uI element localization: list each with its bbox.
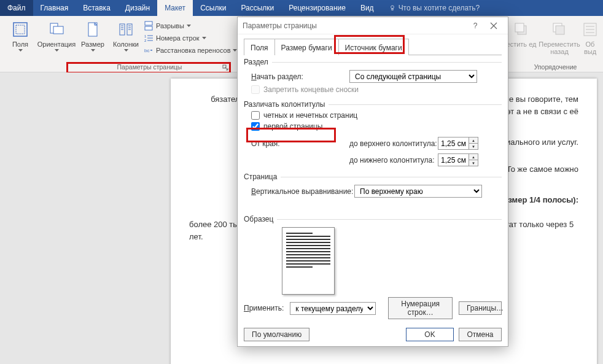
svg-rect-5	[53, 26, 63, 34]
label: Ориентация	[37, 41, 76, 48]
svg-rect-2	[14, 23, 27, 36]
apply-to-label: Применить:	[244, 304, 284, 312]
group-page-setup: Поля Ориентация Размер Колонки	[0, 16, 243, 63]
page-preview	[282, 227, 335, 295]
suppress-endnotes-label: Запретить концевые сноски	[263, 85, 359, 94]
odd-even-checkbox[interactable]	[251, 111, 260, 120]
orientation-icon	[47, 20, 66, 39]
svg-text:bc: bc	[144, 48, 149, 53]
page-setup-launcher[interactable]	[222, 64, 228, 71]
svg-rect-23	[150, 50, 152, 51]
section-start-label: Начать раздел:	[251, 72, 349, 81]
tab-review[interactable]: Рецензирование	[281, 0, 353, 16]
footer-distance-label: до нижнего колонтитула:	[349, 156, 438, 165]
hyphenation-icon: bc	[144, 45, 154, 55]
from-edge-label: От края:	[251, 139, 349, 148]
label: Параметры страницы	[117, 63, 182, 71]
label: Разрывы	[156, 22, 184, 29]
first-page-checkbox[interactable]	[251, 122, 260, 131]
close-button[interactable]	[484, 17, 503, 34]
tab-view[interactable]: Вид	[353, 0, 381, 16]
footer-distance-field[interactable]	[438, 153, 469, 166]
tab-insert[interactable]: Вставка	[76, 0, 118, 16]
spin-up-icon[interactable]: ▲	[469, 137, 478, 144]
svg-rect-16	[145, 26, 152, 30]
chevron-down-icon	[18, 49, 23, 52]
footer-distance-input[interactable]: ▲▼	[438, 153, 480, 166]
btn-orientation[interactable]: Ориентация	[37, 17, 76, 63]
svg-text:2: 2	[144, 39, 147, 42]
header-distance-label: до верхнего колонтитула:	[349, 139, 438, 148]
svg-rect-25	[515, 23, 524, 32]
tell-me-placeholder: Что вы хотите сделать?	[399, 4, 480, 12]
send-backward-icon	[550, 20, 569, 39]
line-numbers-button[interactable]: Нумерация строк…	[388, 297, 453, 319]
group-preview-label: Образец	[244, 215, 273, 223]
btn-columns[interactable]: Колонки	[109, 17, 142, 63]
tab-home[interactable]: Главная	[33, 0, 76, 16]
default-button[interactable]: По умолчанию	[244, 328, 309, 341]
dlg-tab-paper-source[interactable]: Источник бумаги	[338, 39, 409, 55]
label: Поля	[12, 41, 28, 48]
odd-even-label: четных и нечетных страниц	[263, 111, 357, 120]
dialog-titlebar[interactable]: Параметры страницы ?	[238, 17, 508, 34]
label: Номера строк	[156, 34, 200, 42]
tab-layout[interactable]: Макет	[157, 0, 193, 16]
caption-arrange: Упорядочение	[508, 62, 603, 72]
section-start-select[interactable]: Со следующей страницы	[349, 70, 477, 83]
dlg-tab-margins[interactable]: Поля	[244, 39, 275, 55]
valign-label: Вертикальное выравнивание:	[251, 187, 354, 196]
btn-send-backward[interactable]: Переместить назад	[538, 17, 581, 63]
dialog-apply-row: Применить: к текущему разделу Нумерация …	[244, 297, 502, 319]
label: Упорядочение	[534, 63, 577, 71]
svg-rect-1	[392, 9, 393, 10]
tab-design[interactable]: Дизайн	[118, 0, 157, 16]
spin-down-icon[interactable]: ▼	[469, 160, 478, 166]
tab-file[interactable]: Файл	[0, 0, 33, 16]
tab-references[interactable]: Ссылки	[193, 0, 233, 16]
btn-size[interactable]: Размер	[76, 17, 109, 63]
caption-page-setup: Параметры страницы	[0, 62, 231, 72]
group-arrange: естить ед Переместить назад Об выд	[501, 16, 603, 63]
group-section-label: Раздел	[244, 58, 268, 66]
label: естить ед	[507, 41, 537, 48]
btn-selection-pane[interactable]: Об выд	[581, 17, 599, 63]
page-setup-dialog: Параметры страницы ? Поля Размер бумаги …	[237, 17, 508, 347]
chevron-down-icon	[55, 49, 59, 52]
dialog-title: Параметры страницы	[243, 21, 317, 30]
svg-point-0	[391, 6, 394, 9]
borders-button[interactable]: Границы…	[459, 301, 502, 315]
dialog-body: Раздел Начать раздел: Со следующей стран…	[244, 58, 502, 322]
header-distance-field[interactable]	[438, 137, 469, 150]
close-icon	[490, 22, 497, 29]
svg-rect-27	[556, 26, 564, 34]
margins-icon	[10, 20, 30, 39]
selection-pane-icon	[580, 20, 600, 39]
bring-forward-icon	[512, 20, 531, 39]
line-numbers-icon: 12	[144, 33, 154, 43]
group-hf-label: Различать колонтитулы	[244, 100, 325, 109]
btn-bring-forward[interactable]: естить ед	[505, 17, 538, 63]
btn-hyphenation[interactable]: bc Расстановка переносов	[142, 44, 238, 56]
spin-down-icon[interactable]: ▼	[469, 144, 478, 149]
btn-breaks[interactable]: Разрывы	[142, 20, 238, 32]
valign-select[interactable]: По верхнему краю	[354, 185, 482, 198]
help-button[interactable]: ?	[466, 17, 484, 34]
btn-line-numbers[interactable]: 12 Номера строк	[142, 32, 238, 44]
header-distance-input[interactable]: ▲▼	[438, 137, 480, 150]
chevron-down-icon	[124, 49, 128, 52]
btn-margins[interactable]: Поля	[4, 17, 37, 63]
dialog-footer: По умолчанию OK Отмена	[244, 328, 502, 341]
spin-up-icon[interactable]: ▲	[469, 154, 478, 160]
breaks-icon	[144, 21, 154, 31]
lightbulb-icon	[389, 4, 396, 12]
apply-to-select[interactable]: к текущему разделу	[290, 302, 376, 315]
label: Размер	[81, 41, 104, 48]
ok-button[interactable]: OK	[406, 328, 454, 341]
tab-mailings[interactable]: Рассылки	[233, 0, 281, 16]
tell-me-search[interactable]: Что вы хотите сделать?	[381, 4, 488, 12]
suppress-endnotes-checkbox	[251, 85, 260, 94]
cancel-button[interactable]: Отмена	[459, 328, 502, 341]
dlg-tab-paper-size[interactable]: Размер бумаги	[274, 39, 339, 55]
label: Расстановка переносов	[156, 47, 230, 54]
